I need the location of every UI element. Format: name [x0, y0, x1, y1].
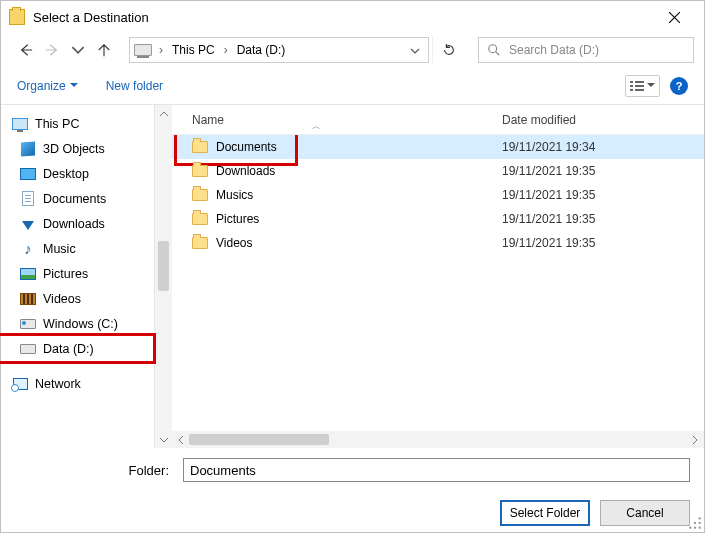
network-icon: [13, 378, 28, 390]
chevron-down-icon: [70, 83, 78, 88]
file-row[interactable]: Downloads 19/11/2021 19:35: [172, 159, 704, 183]
chevron-down-icon: [410, 48, 420, 54]
breadcrumb-bar[interactable]: › This PC › Data (D:): [129, 37, 429, 63]
col-name-header[interactable]: Name ︿: [172, 113, 502, 127]
search-placeholder: Search Data (D:): [509, 43, 599, 57]
pictures-icon: [20, 268, 36, 280]
tree-pictures[interactable]: Pictures: [11, 261, 154, 286]
refresh-button[interactable]: [432, 37, 464, 63]
help-button[interactable]: ?: [670, 77, 688, 95]
tree-music[interactable]: ♪ Music: [11, 236, 154, 261]
file-hscrollbar[interactable]: [172, 431, 704, 448]
scroll-left-arrow[interactable]: [172, 431, 189, 448]
3d-objects-icon: [21, 141, 35, 156]
tree-documents[interactable]: Documents: [11, 186, 154, 211]
hscroll-track[interactable]: [189, 431, 687, 448]
address-row: › This PC › Data (D:) Search Data (D:): [1, 33, 704, 67]
folder-icon: [192, 237, 208, 249]
breadcrumb-thispc[interactable]: This PC: [170, 43, 217, 57]
folder-app-icon: [9, 9, 25, 25]
folder-icon: [192, 141, 208, 153]
downloads-icon: [22, 221, 34, 230]
svg-rect-9: [635, 89, 644, 91]
folder-label: Folder:: [15, 463, 175, 478]
close-icon: [669, 12, 680, 23]
search-box[interactable]: Search Data (D:): [478, 37, 694, 63]
tree-downloads[interactable]: Downloads: [11, 211, 154, 236]
file-row[interactable]: Videos 19/11/2021 19:35: [172, 231, 704, 255]
scroll-track[interactable]: [155, 121, 172, 432]
file-row[interactable]: Musics 19/11/2021 19:35: [172, 183, 704, 207]
svg-rect-7: [635, 85, 644, 87]
window-title: Select a Destination: [33, 10, 149, 25]
nav-tree: This PC 3D Objects Desktop Documents Dow…: [1, 105, 155, 448]
hscroll-thumb[interactable]: [189, 434, 329, 445]
svg-point-2: [489, 45, 497, 53]
breadcrumb-drive[interactable]: Data (D:): [235, 43, 288, 57]
folder-icon: [192, 213, 208, 225]
file-row[interactable]: Pictures 19/11/2021 19:35: [172, 207, 704, 231]
file-rows: Documents 19/11/2021 19:34 Downloads 19/…: [172, 135, 704, 431]
list-view-icon: [630, 80, 644, 92]
tree-3d-objects[interactable]: 3D Objects: [11, 136, 154, 161]
folder-line: Folder:: [15, 458, 690, 482]
svg-point-13: [689, 527, 691, 529]
col-date-header[interactable]: Date modified: [502, 113, 704, 127]
svg-rect-8: [630, 89, 633, 91]
arrow-up-icon: [97, 43, 111, 57]
desktop-icon: [20, 168, 36, 180]
scroll-thumb[interactable]: [158, 241, 169, 291]
resize-grip[interactable]: [688, 516, 702, 530]
svg-rect-6: [630, 85, 633, 87]
svg-point-14: [694, 527, 696, 529]
cancel-button[interactable]: Cancel: [600, 500, 690, 526]
file-row[interactable]: Documents 19/11/2021 19:34: [172, 135, 704, 159]
tree-scrollbar[interactable]: [155, 105, 172, 448]
organize-menu[interactable]: Organize: [17, 79, 78, 93]
svg-point-15: [699, 527, 701, 529]
scroll-up-arrow[interactable]: [155, 105, 172, 121]
select-folder-button[interactable]: Select Folder: [500, 500, 590, 526]
footer: Folder: Select Folder Cancel: [1, 448, 704, 532]
svg-rect-5: [635, 81, 644, 83]
search-icon: [487, 43, 501, 57]
command-bar: Organize New folder ?: [1, 67, 704, 105]
chevron-right-icon: ›: [157, 43, 165, 57]
body: This PC 3D Objects Desktop Documents Dow…: [1, 105, 704, 448]
drive-c-icon: [20, 319, 36, 329]
button-row: Select Folder Cancel: [15, 500, 690, 526]
new-folder-button[interactable]: New folder: [106, 79, 163, 93]
folder-icon: [192, 189, 208, 201]
tree-network[interactable]: Network: [11, 371, 154, 396]
tree-desktop[interactable]: Desktop: [11, 161, 154, 186]
chevron-right-icon: ›: [222, 43, 230, 57]
nav-up-button[interactable]: [93, 38, 115, 62]
scroll-right-arrow[interactable]: [687, 431, 704, 448]
nav-forward-button[interactable]: [41, 38, 63, 62]
svg-line-3: [496, 52, 500, 56]
svg-rect-4: [630, 81, 633, 83]
folder-input[interactable]: [183, 458, 690, 482]
music-icon: ♪: [24, 241, 32, 256]
sort-indicator-icon: ︿: [312, 120, 321, 133]
nav-back-button[interactable]: [15, 38, 37, 62]
tree-videos[interactable]: Videos: [11, 286, 154, 311]
chevron-down-icon: [647, 83, 655, 88]
scroll-down-arrow[interactable]: [155, 432, 172, 448]
svg-point-12: [699, 522, 701, 524]
arrow-right-icon: [45, 43, 59, 57]
tree-data-d[interactable]: Data (D:): [11, 336, 154, 361]
videos-icon: [20, 293, 36, 305]
breadcrumb-expand[interactable]: [406, 43, 424, 57]
close-button[interactable]: [652, 2, 696, 32]
tree-this-pc[interactable]: This PC: [11, 111, 154, 136]
resize-grip-icon: [688, 516, 702, 530]
svg-point-10: [699, 517, 701, 519]
column-headers: Name ︿ Date modified: [172, 105, 704, 135]
nav-history-dropdown[interactable]: [67, 38, 89, 62]
title-bar: Select a Destination: [1, 1, 704, 33]
documents-icon: [22, 191, 34, 206]
refresh-icon: [442, 43, 456, 57]
pc-icon: [12, 118, 28, 130]
view-options-button[interactable]: [625, 75, 660, 97]
